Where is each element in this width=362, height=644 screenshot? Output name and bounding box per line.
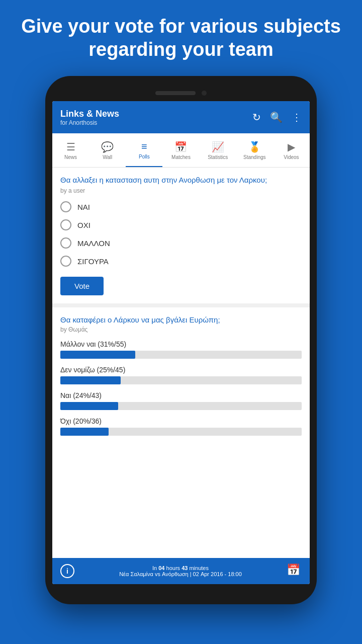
poll-2-card: Θα καταφέρει ο Λάρκου να μας βγάλει Ευρώ…	[52, 307, 310, 451]
refresh-icon[interactable]: ↻	[252, 111, 261, 123]
bottom-timer: In 04 hours 43 minutes	[119, 565, 242, 571]
result-row-3: Ναι (24%/43)	[60, 391, 302, 410]
polls-icon: ≡	[141, 141, 147, 152]
poll-2-author: by Θωμάς	[60, 326, 302, 333]
phone-frame: Links & News for Anorthosis ↻ 🔍 ⋮ ☰ News…	[45, 76, 317, 604]
result-bar-2	[60, 376, 121, 384]
app-bar-actions: ↻ 🔍 ⋮	[252, 111, 302, 123]
result-bar-bg-4	[60, 428, 302, 436]
app-main-title: Links & News	[60, 109, 119, 119]
tab-standings-label: Standings	[243, 154, 265, 160]
statistics-icon: 📈	[212, 141, 224, 153]
videos-icon: ▶	[288, 141, 295, 153]
info-icon[interactable]: i	[60, 564, 74, 578]
radio-circle-1	[60, 201, 71, 212]
tab-videos[interactable]: ▶ Videos	[273, 133, 310, 167]
result-label-3: Ναι (24%/43)	[60, 391, 302, 399]
result-row-1: Μάλλον ναι (31%/55)	[60, 340, 302, 359]
bottom-match-info: In 04 hours 43 minutes Νέα Σαλαμίνα vs Α…	[119, 565, 242, 577]
matches-icon: 📅	[174, 141, 187, 153]
header-text: Give your vote for various subjects rega…	[0, 0, 362, 71]
poll-1-option-2[interactable]: ΟΧΙ	[60, 219, 302, 230]
vote-button[interactable]: Vote	[60, 277, 104, 295]
poll-1-author: by a user	[60, 187, 302, 194]
search-icon[interactable]: 🔍	[270, 111, 283, 123]
result-bar-1	[60, 351, 135, 359]
poll-1-question: Θα αλλαξει η κατασταση αυτη στην Ανορθωσ…	[60, 176, 302, 184]
tab-polls[interactable]: ≡ Polls	[126, 133, 162, 167]
tab-statistics[interactable]: 📈 Statistics	[200, 133, 236, 167]
result-row-2: Δεν νομίζω (25%/45)	[60, 366, 302, 384]
result-bar-4	[60, 428, 109, 436]
result-label-2: Δεν νομίζω (25%/45)	[60, 366, 302, 374]
app-title: Links & News for Anorthosis	[60, 109, 119, 126]
poll-1-label-1: ΝΑΙ	[77, 203, 90, 211]
content-area: Θα αλλαξει η κατασταση αυτη στην Ανορθωσ…	[52, 168, 310, 558]
tab-statistics-label: Statistics	[208, 154, 228, 160]
app-screen: Links & News for Anorthosis ↻ 🔍 ⋮ ☰ News…	[52, 101, 310, 584]
tab-wall[interactable]: 💬 Wall	[89, 133, 126, 167]
result-row-4: Όχι (20%/36)	[60, 417, 302, 436]
tab-matches[interactable]: 📅 Matches	[162, 133, 199, 167]
poll-1-card: Θα αλλαξει η κατασταση αυτη στην Ανορθωσ…	[52, 168, 310, 307]
wall-icon: 💬	[101, 141, 114, 153]
poll-1-option-4[interactable]: ΣΙΓΟΥΡΑ	[60, 256, 302, 267]
app-sub-title: for Anorthosis	[60, 119, 119, 126]
tab-wall-label: Wall	[103, 154, 112, 160]
poll-1-label-4: ΣΙΓΟΥΡΑ	[77, 257, 109, 266]
standings-icon: 🏅	[248, 141, 261, 153]
tab-polls-label: Polls	[139, 154, 150, 159]
result-label-1: Μάλλον ναι (31%/55)	[60, 340, 302, 348]
poll-1-option-1[interactable]: ΝΑΙ	[60, 201, 302, 212]
result-bar-bg-1	[60, 351, 302, 359]
radio-circle-4	[60, 256, 71, 267]
calendar-icon[interactable]: 📅	[287, 564, 302, 579]
poll-1-label-2: ΟΧΙ	[77, 221, 90, 229]
tab-news-label: News	[64, 154, 77, 160]
tab-videos-label: Videos	[284, 154, 299, 160]
bottom-match-text: Νέα Σαλαμίνα vs Ανόρθωση | 02 Apr 2016 -…	[119, 571, 242, 577]
bottom-bar: i In 04 hours 43 minutes Νέα Σαλαμίνα vs…	[52, 558, 310, 584]
tab-matches-label: Matches	[171, 154, 191, 160]
app-bar: Links & News for Anorthosis ↻ 🔍 ⋮	[52, 101, 310, 133]
poll-2-question: Θα καταφέρει ο Λάρκου να μας βγάλει Ευρώ…	[60, 315, 302, 324]
tab-bar: ☰ News 💬 Wall ≡ Polls 📅 Matches 📈 S	[52, 133, 310, 168]
more-icon[interactable]: ⋮	[292, 111, 302, 123]
tab-standings[interactable]: 🏅 Standings	[236, 133, 273, 167]
news-icon: ☰	[66, 141, 75, 153]
poll-1-option-3[interactable]: ΜΑΛΛΟΝ	[60, 237, 302, 249]
result-bar-bg-2	[60, 376, 302, 384]
result-label-4: Όχι (20%/36)	[60, 417, 302, 425]
poll-1-label-3: ΜΑΛΛΟΝ	[77, 239, 110, 248]
radio-circle-2	[60, 219, 71, 230]
result-bar-3	[60, 402, 118, 410]
radio-circle-3	[60, 237, 71, 249]
result-bar-bg-3	[60, 402, 302, 410]
tab-news[interactable]: ☰ News	[52, 133, 89, 167]
